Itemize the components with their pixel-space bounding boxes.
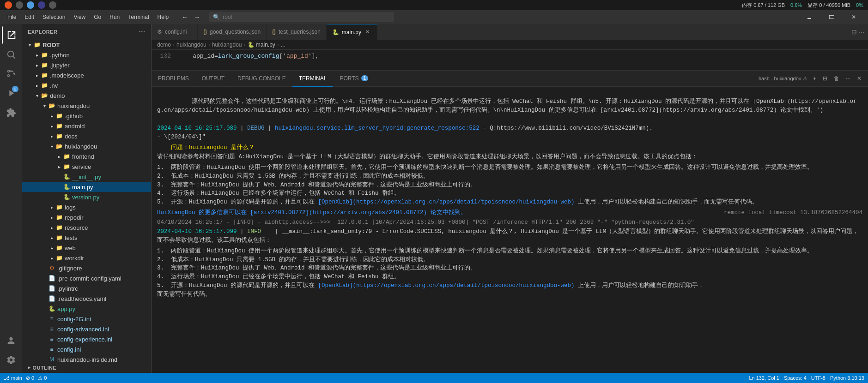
nav-back[interactable]: ← — [180, 12, 190, 22]
cursor-pos[interactable]: Ln 132, Col 1 — [749, 375, 779, 381]
activity-run[interactable] — [2, 84, 20, 102]
tree-item-android[interactable]: ▸ 📁 android — [22, 121, 151, 131]
activity-explorer[interactable] — [2, 26, 20, 44]
split-terminal-btn[interactable]: ⊟ — [820, 74, 830, 83]
tree-item-huixiangdou-inner[interactable]: ▾ 📂 huixiangdou — [22, 141, 151, 151]
error-count[interactable]: ⊘ 0 — [26, 375, 34, 381]
warning-count[interactable]: ⚠ 0 — [38, 375, 47, 381]
tree-item-web[interactable]: ▸ 📁 web — [22, 243, 151, 253]
close-panel-btn[interactable]: ✕ — [854, 74, 864, 83]
activity-settings[interactable] — [2, 351, 20, 369]
activity-extensions[interactable] — [2, 103, 20, 122]
menu-view[interactable]: View — [70, 13, 89, 21]
tree-item-modelscope[interactable]: ▸ 📁 .modelscope — [22, 70, 151, 80]
sidebar-menu[interactable]: ··· — [139, 28, 146, 36]
breadcrumb-demo[interactable]: demo — [157, 42, 171, 48]
tree-item-readthedocs[interactable]: ▸ 📄 .readthedocs.yaml — [22, 293, 151, 304]
tree-item-config-ini[interactable]: ▸ ≡ config.ini — [22, 344, 151, 354]
tree-item-service[interactable]: ▸ 📁 service — [22, 162, 151, 172]
panel-tab-problems[interactable]: PROBLEMS — [152, 71, 195, 87]
outline-label: OUTLINE — [33, 365, 57, 371]
activity-account[interactable] — [2, 331, 20, 350]
panel-tab-ports[interactable]: PORTS 1 — [333, 71, 375, 87]
tree-item-docs[interactable]: ▸ 📁 docs — [22, 131, 151, 141]
tab-good-questions[interactable]: {} good_questions.json — [198, 24, 267, 40]
tree-item-nv[interactable]: ▸ 📁 .nv — [22, 80, 151, 90]
tab-close-main-py[interactable]: ✕ — [364, 29, 371, 36]
root-arrow: ▾ — [26, 42, 33, 48]
tab-test-queries[interactable]: {} test_queries.json — [267, 24, 327, 40]
search-bar[interactable]: 🔍 — [209, 12, 394, 22]
search-input[interactable] — [223, 14, 390, 20]
tab-icon-config: ⚙ — [157, 29, 162, 35]
tree-root[interactable]: ▾ 📁 ROOT — [22, 40, 151, 50]
activity-git[interactable] — [2, 65, 20, 83]
tree-item-github[interactable]: ▸ 📁 .github — [22, 111, 151, 121]
add-terminal-btn[interactable]: + — [810, 74, 819, 83]
maximize-button[interactable]: 🗖 — [821, 10, 842, 24]
menu-bar: File Edit Selection View Go Run Terminal… — [4, 13, 172, 21]
tree-item-huixiangdou-demo[interactable]: ▾ 📂 huixiangdou — [22, 101, 151, 111]
breadcrumb-huixiangdou2[interactable]: huixiangdou — [212, 42, 242, 48]
menu-terminal[interactable]: Terminal — [124, 13, 152, 21]
system-bar: 内存 0.67 / 112 GB 0.6% 显存 0 / 40950 MiB 0… — [0, 0, 868, 10]
tree-item-version-py[interactable]: ▸ 🐍 version.py — [22, 192, 151, 202]
encoding[interactable]: UTF-8 — [811, 375, 826, 381]
split-editor-icon[interactable]: ⊟ — [851, 28, 857, 36]
more-actions-icon[interactable]: ··· — [859, 28, 864, 36]
tab-icon-test-queries: {} — [272, 29, 276, 35]
tree-item-app-py[interactable]: ▸ 🐍 app.py — [22, 304, 151, 314]
panel-tab-terminal[interactable]: TERMINAL — [292, 71, 334, 87]
menu-file[interactable]: File — [4, 13, 20, 21]
tree-item-main-py[interactable]: ▸ 🐍 main.py — [22, 182, 151, 192]
tab-main-py[interactable]: 🐍 main.py ✕ — [327, 24, 377, 40]
outline-header[interactable]: ▸ OUTLINE — [22, 362, 151, 373]
tree-item-init-py[interactable]: ▸ 🐍 __init__.py — [22, 172, 151, 182]
nav-forward[interactable]: → — [192, 12, 202, 22]
code-content[interactable]: app_id=lark_group_config['app_id'], — [175, 50, 868, 70]
tree-item-frontend[interactable]: ▸ 📁 frontend — [22, 151, 151, 162]
menu-run[interactable]: Run — [106, 13, 123, 21]
indent-spaces[interactable]: Spaces: 4 — [784, 375, 807, 381]
tree-item-config2g[interactable]: ▸ ≡ config-2G.ini — [22, 314, 151, 324]
trash-terminal-btn[interactable]: 🗑 — [831, 74, 842, 83]
git-branch[interactable]: ⎇ main — [4, 375, 22, 381]
activity-search[interactable] — [2, 45, 20, 64]
tree-item-tests[interactable]: ▸ 📁 tests — [22, 233, 151, 243]
tab-config-ini[interactable]: ⚙ config.ini — [152, 24, 198, 40]
tree-item-repodir[interactable]: ▸ 📁 repodir — [22, 212, 151, 222]
tree-item-precommit[interactable]: ▸ 📄 .pre-commit-config.yaml — [22, 273, 151, 283]
swap-pct: 0% — [856, 2, 863, 8]
tree-item-pylintrc[interactable]: ▸ 📄 .pylintrc — [22, 283, 151, 293]
menu-edit[interactable]: Edit — [21, 13, 38, 21]
breadcrumb-huixiangdou1[interactable]: huixiangdou — [176, 42, 206, 48]
more-terminal-btn[interactable]: ··· — [843, 74, 853, 83]
tree-item-resource[interactable]: ▸ 📁 resource — [22, 222, 151, 233]
minimize-button[interactable]: 🗕 — [799, 10, 820, 24]
tree-item-python[interactable]: ▸ 📁 .python — [22, 50, 151, 60]
tree-item-jupyter[interactable]: ▸ 📁 .jupyter — [22, 60, 151, 70]
tree-item-config-experience[interactable]: ▸ ≡ config-experience.ini — [22, 334, 151, 344]
breadcrumb-dots[interactable]: ... — [281, 42, 285, 48]
tree-item-gitignore[interactable]: ▸ ⚙ .gitignore — [22, 263, 151, 273]
close-button[interactable]: ✕ — [843, 10, 864, 24]
menu-go[interactable]: Go — [90, 13, 105, 21]
tree-item-workdir[interactable]: ▸ 📁 workdir — [22, 253, 151, 263]
panel-tab-debug[interactable]: DEBUG CONSOLE — [231, 71, 292, 87]
terminal-list2-2: 2. 低成本：HuiXiangDou 只需要 1.5GB 的内存，并且不需要进行… — [157, 256, 862, 264]
terminal-list2-1: 1. 两阶段管道：HuiXiangDou 使用一个两阶段管道来处理群组聊天。首先… — [157, 247, 862, 256]
panel-tab-output[interactable]: OUTPUT — [195, 71, 231, 87]
terminal-content[interactable]: 源代码的完整套件，这些代码是工业级和商业上可行的。\n4. 运行场景：HuiXi… — [152, 87, 868, 373]
tree-item-hxd-inside[interactable]: ▸ M huixiangdou-inside.md — [22, 354, 151, 362]
language-mode[interactable]: Python 3.10.13 — [830, 375, 864, 381]
terminal-list-5: 5. 开源：HuiXiangDou 的源代码是开源的，并且可以在 [OpenXL… — [157, 198, 862, 207]
panel-actions: bash - huixiangdou ⚠ + ⊟ 🗑 ··· ✕ — [759, 74, 868, 83]
menu-selection[interactable]: Selection — [39, 13, 69, 21]
breadcrumb-mainpy[interactable]: 🐍 main.py — [248, 42, 275, 48]
tree-item-config-advanced[interactable]: ▸ ≡ config-advanced.ini — [22, 324, 151, 334]
menu-help[interactable]: Help — [154, 13, 173, 21]
sidebar: EXPLORER ··· ▾ 📁 ROOT ▸ 📁 .python ▸ 📁 .j… — [22, 24, 152, 373]
terminal-list-1: 1. 两阶段管道：HuiXiangDou 使用一个两阶段管道来处理群组聊天。首先… — [157, 163, 862, 172]
tree-item-logs[interactable]: ▸ 📁 logs — [22, 202, 151, 212]
tree-item-demo[interactable]: ▾ 📂 demo — [22, 90, 151, 101]
